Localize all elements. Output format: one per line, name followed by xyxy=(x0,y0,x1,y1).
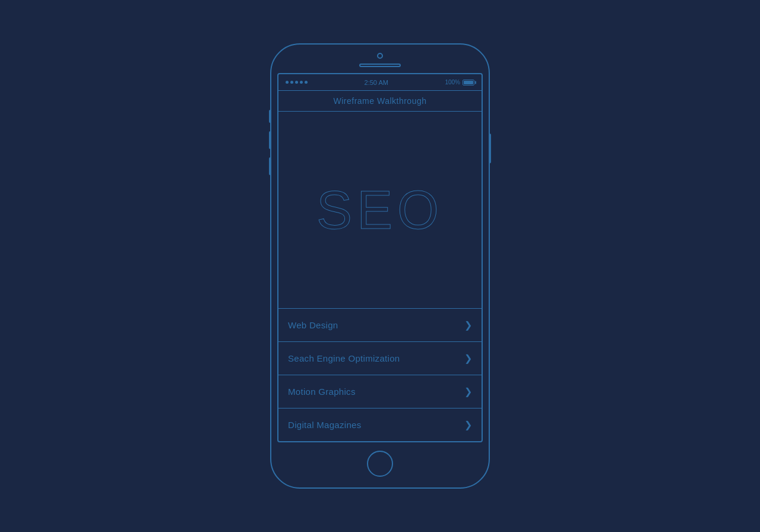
chevron-icon-seo: ❯ xyxy=(464,353,472,364)
chevron-icon-web-design: ❯ xyxy=(464,319,472,331)
menu-item-label-digital-magazines: Digital Magazines xyxy=(288,420,362,430)
signal-indicator xyxy=(286,81,308,84)
menu-item-web-design[interactable]: Web Design ❯ xyxy=(278,309,482,342)
power-button[interactable] xyxy=(489,134,491,163)
mute-button[interactable] xyxy=(269,157,271,175)
phone-top-bar xyxy=(271,45,489,73)
status-bar: 2:50 AM 100% xyxy=(278,74,482,91)
volume-down-button[interactable] xyxy=(269,131,271,149)
battery-icon xyxy=(463,80,474,86)
phone-frame: 2:50 AM 100% Wireframe Walkthrough SEO W… xyxy=(270,43,490,489)
home-button[interactable] xyxy=(367,451,393,477)
phone-bottom-bar xyxy=(271,442,489,487)
menu-item-seo[interactable]: Seach Engine Optimization ❯ xyxy=(278,342,482,375)
signal-dot-2 xyxy=(290,81,293,84)
phone-screen: 2:50 AM 100% Wireframe Walkthrough SEO W… xyxy=(277,73,483,442)
menu-item-label-motion-graphics: Motion Graphics xyxy=(288,387,356,397)
side-buttons-right xyxy=(489,134,491,163)
chevron-icon-motion-graphics: ❯ xyxy=(464,386,472,397)
battery-indicator: 100% xyxy=(445,79,474,86)
hero-text: SEO xyxy=(316,183,444,237)
menu-item-motion-graphics[interactable]: Motion Graphics ❯ xyxy=(278,375,482,408)
menu-item-digital-magazines[interactable]: Digital Magazines ❯ xyxy=(278,408,482,441)
status-time: 2:50 AM xyxy=(365,79,388,86)
speaker-grill xyxy=(359,64,401,67)
signal-dot-4 xyxy=(300,81,303,84)
battery-percent-label: 100% xyxy=(445,79,460,86)
menu-item-label-seo: Seach Engine Optimization xyxy=(288,353,400,363)
battery-fill xyxy=(464,81,473,84)
chevron-icon-digital-magazines: ❯ xyxy=(464,419,472,430)
signal-dot-1 xyxy=(286,81,289,84)
menu-item-label-web-design: Web Design xyxy=(288,320,338,330)
signal-dot-3 xyxy=(295,81,298,84)
side-buttons-left xyxy=(269,110,271,175)
signal-dot-5 xyxy=(305,81,308,84)
app-title-bar: Wireframe Walkthrough xyxy=(278,91,482,112)
hero-section: SEO xyxy=(278,112,482,309)
app-title: Wireframe Walkthrough xyxy=(333,96,426,106)
front-camera xyxy=(377,53,383,59)
volume-up-button[interactable] xyxy=(269,110,271,123)
menu-list: Web Design ❯ Seach Engine Optimization ❯… xyxy=(278,309,482,441)
